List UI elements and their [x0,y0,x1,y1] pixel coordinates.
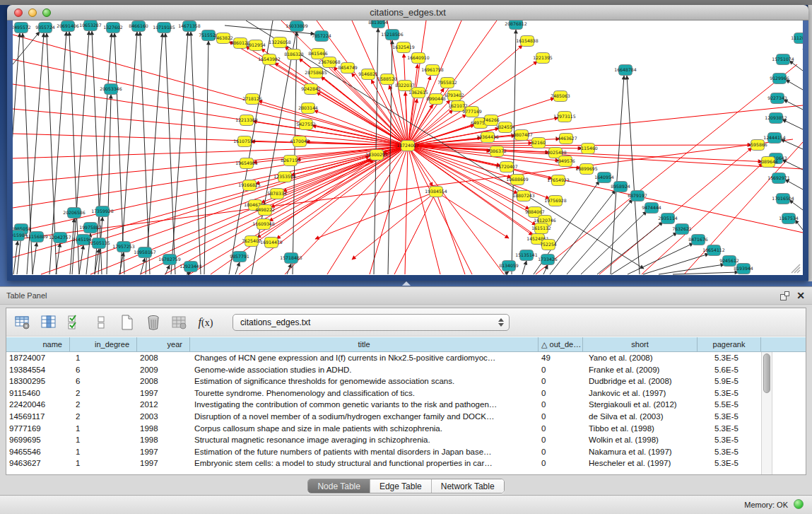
table-cell[interactable]: Tibbo et al. (1998) [583,423,698,435]
graph-node[interactable] [692,235,705,245]
column-header-name[interactable]: name [6,337,70,351]
table-cell[interactable]: 0 [539,411,583,423]
table-cell[interactable]: Wolkin et al. (1998) [583,434,698,446]
table-cell[interactable]: 0 [539,375,583,387]
delete-column-icon[interactable] [144,313,163,332]
table-cell[interactable]: 5.3E-5 [698,434,761,446]
column-visibility-icon[interactable] [40,313,58,332]
table-cell[interactable]: Hescheler et al. (1997) [583,457,698,469]
graph-node[interactable] [13,230,25,241]
table-cell[interactable]: 2009 [137,364,190,376]
graph-node[interactable] [77,235,90,245]
graph-node[interactable] [532,138,546,148]
table-row[interactable]: 1938455462009Genome-wide association stu… [6,364,806,376]
graph-node[interactable] [466,107,479,117]
scrollbar-thumb[interactable] [763,354,770,393]
graph-node[interactable] [580,164,594,175]
table-cell[interactable]: 0 [539,434,583,446]
table-cell[interactable]: 1997 [137,446,190,458]
table-cell[interactable]: Nakamura et al. (1997) [583,446,698,458]
table-cell[interactable]: 1 [70,423,137,435]
table-cell[interactable]: 9699695 [6,434,70,446]
graph-node[interactable] [559,156,572,167]
graph-node[interactable] [184,262,198,272]
table-cell[interactable]: Jankovic et al. (1997) [583,387,698,399]
graph-node[interactable] [93,238,106,249]
table-cell[interactable]: Investigating the contribution of common… [190,399,539,411]
graph-node[interactable] [96,206,110,217]
graph-node[interactable] [372,21,385,28]
graph-node[interactable] [397,42,411,53]
graph-node[interactable] [723,256,736,267]
graph-node[interactable] [39,23,52,33]
graph-node[interactable] [645,203,659,214]
graph-node[interactable] [502,261,516,271]
table-cell[interactable]: 18724007 [6,352,70,364]
table-cell[interactable]: 5.3E-5 [698,457,761,469]
graph-node[interactable] [341,63,355,74]
graph-node[interactable] [535,223,548,234]
graph-node[interactable] [536,53,550,64]
graph-node[interactable] [619,65,632,76]
network-canvas[interactable]: 2495572935572420691406106532871327602846… [13,21,803,275]
graph-node[interactable] [515,130,529,141]
table-row[interactable]: 946554611997Estimation of the future num… [6,446,806,458]
table-cell[interactable]: 2003 [137,411,190,423]
graph-node[interactable] [490,146,504,157]
table-cell[interactable]: Disruption of a novel member of a sodium… [190,411,539,423]
table-cell[interactable]: 5.6E-5 [698,364,761,376]
table-cell[interactable]: Corpus callosum shape and size in male p… [190,423,539,435]
table-cell[interactable]: 5.3E-5 [698,446,761,458]
table-cell[interactable]: 0 [539,399,583,411]
graph-node[interactable] [631,191,645,201]
table-cell[interactable]: 5.3E-5 [698,352,761,364]
graph-node[interactable] [370,150,384,160]
column-header-title[interactable]: title [190,337,539,351]
graph-node[interactable] [84,21,98,31]
graph-node[interactable] [132,21,146,32]
table-cell[interactable]: 1 [70,434,137,446]
graph-node[interactable] [771,93,784,104]
graph-node[interactable] [323,57,336,68]
graph-node[interactable] [542,240,555,250]
graph-node[interactable] [84,223,98,233]
graph-node[interactable] [68,208,81,218]
graph-node[interactable] [257,219,271,230]
graph-node[interactable] [782,214,796,224]
table-mode-icon[interactable] [13,313,32,332]
table-cell[interactable]: Stergiakouli et al. (2012) [583,399,698,411]
graph-node[interactable] [521,36,534,47]
graph-node[interactable] [240,158,254,169]
column-header-year[interactable]: year [137,337,190,351]
table-cell[interactable]: Changes of HCN gene expression and I(f) … [190,352,539,364]
network-window-titlebar[interactable]: citations_edges.txt [7,5,808,21]
graph-node[interactable] [284,156,298,166]
graph-node[interactable] [452,101,465,112]
table-cell[interactable]: Franke et al. (2009) [583,364,698,376]
column-header-pagerank[interactable]: pagerank [698,337,761,351]
table-cell[interactable]: 1 [70,457,137,469]
graph-node[interactable] [238,136,252,147]
table-cell[interactable]: 1997 [137,457,190,469]
table-cell[interactable]: 0 [539,387,583,399]
table-cell[interactable]: 5.3E-5 [698,387,761,399]
graph-node[interactable] [312,49,325,59]
graph-node[interactable] [430,187,443,197]
close-panel-icon[interactable]: ✕ [796,291,805,300]
delete-table-icon[interactable] [170,313,189,332]
graph-node[interactable] [234,38,247,49]
graph-node[interactable] [246,94,259,105]
minimize-window-button[interactable] [28,8,37,17]
graph-node[interactable] [293,136,307,147]
graph-node[interactable] [386,30,399,40]
table-cell[interactable]: de Silva et al. (2003) [583,411,698,423]
graph-node[interactable] [772,173,786,184]
table-cell[interactable]: 49 [539,352,583,364]
table-cell[interactable]: 2008 [137,375,190,387]
column-header-short[interactable]: short [583,337,698,351]
table-cell[interactable]: Tourette syndrome. Phenomenology and cla… [190,387,539,399]
graph-node[interactable] [499,122,512,133]
clear-selection-icon[interactable] [92,313,110,332]
table-cell[interactable]: 6 [70,375,137,387]
graph-node[interactable] [481,132,495,143]
